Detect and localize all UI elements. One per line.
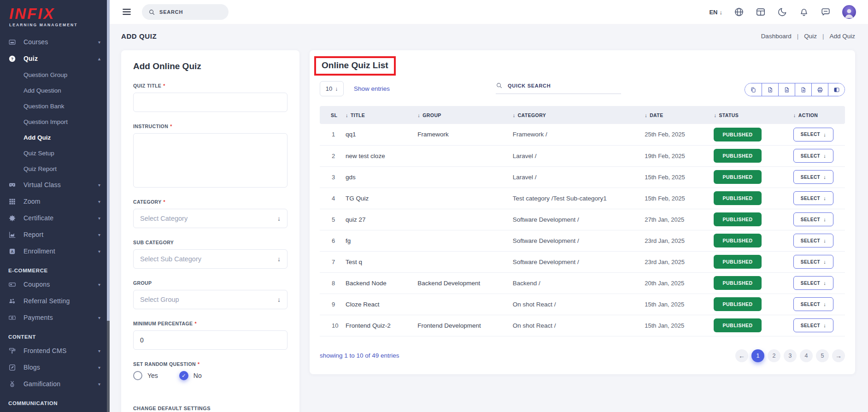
cell-title: gds (346, 166, 417, 188)
radio-checked-icon: ✓ (179, 371, 188, 380)
sidebar-item-frontend-cms[interactable]: Frontend CMS▾ (0, 342, 110, 359)
language-selector[interactable]: EN ↓ (709, 9, 722, 16)
select-action-button[interactable]: SELECT↓ (793, 170, 833, 184)
user-avatar[interactable] (842, 5, 856, 19)
file-text-icon[interactable] (778, 83, 795, 96)
column-header-date[interactable]: ↓DATE (645, 106, 714, 124)
sub-category-select[interactable]: Select Sub Category ↓ (133, 249, 287, 269)
chevron-down-icon: ↓ (277, 255, 281, 263)
instruction-textarea[interactable] (133, 133, 287, 188)
columns-icon[interactable] (828, 83, 845, 96)
caret-down-icon: ▾ (98, 199, 100, 204)
dark-mode-moon-icon[interactable] (777, 7, 787, 17)
sidebar-item-coupons[interactable]: Coupons▾ (0, 276, 110, 293)
sidebar-item-virtual-class[interactable]: Virtual Class▾ (0, 177, 110, 193)
select-action-button[interactable]: SELECT↓ (793, 297, 833, 311)
sidebar-subitem-question-bank[interactable]: Question Bank (0, 98, 110, 114)
breadcrumb-add-quiz[interactable]: Add Quiz (829, 33, 855, 40)
select-action-button[interactable]: SELECT↓ (793, 128, 833, 141)
select-action-button[interactable]: SELECT↓ (793, 276, 833, 290)
cell-action: SELECT↓ (793, 251, 845, 272)
category-select[interactable]: Select Category ↓ (133, 209, 287, 228)
cell-category: Software Development / (513, 230, 645, 251)
export-toolbar (745, 83, 845, 96)
sidebar-item-gamification[interactable]: Gamification▾ (0, 376, 110, 392)
file-pdf-icon[interactable] (795, 83, 811, 96)
status-badge: PUBLISHED (714, 297, 761, 311)
random-question-yes-radio[interactable]: Yes (133, 371, 158, 380)
sidebar-item-zoom[interactable]: Zoom▾ (0, 193, 110, 210)
notifications-bell-icon[interactable] (799, 7, 809, 17)
globe-icon[interactable] (734, 7, 744, 17)
layout-window-icon[interactable] (756, 7, 766, 17)
file-excel-icon[interactable] (762, 83, 778, 96)
chevron-down-icon: ↓ (277, 296, 281, 303)
column-header-action[interactable]: ↓ACTION (793, 106, 845, 124)
cell-status: PUBLISHED (714, 166, 793, 188)
select-action-button[interactable]: SELECT↓ (793, 234, 833, 247)
sidebar-item-report[interactable]: Report▾ (0, 226, 110, 243)
group-select[interactable]: Select Group ↓ (133, 290, 287, 309)
select-action-button[interactable]: SELECT↓ (793, 212, 833, 226)
sidebar-subitem-quiz-setup[interactable]: Quiz Setup (0, 145, 110, 161)
copy-icon[interactable] (745, 83, 762, 96)
sidebar-subitem-question-group[interactable]: Question Group (0, 67, 110, 82)
sidebar-scrollbar[interactable] (107, 0, 110, 412)
global-search[interactable] (142, 4, 229, 20)
messages-chat-icon[interactable] (821, 7, 831, 17)
sidebar-item-blogs[interactable]: Blogs▾ (0, 359, 110, 376)
quick-search-input[interactable] (508, 83, 600, 88)
select-action-button[interactable]: SELECT↓ (793, 318, 833, 332)
breadcrumb-quiz[interactable]: Quiz (804, 33, 817, 40)
cell-title: Cloze React (346, 294, 417, 315)
sidebar-scrollbar-thumb[interactable] (107, 0, 110, 321)
sidebar-item-courses[interactable]: Courses▾ (0, 34, 110, 50)
column-header-category[interactable]: ↓CATEGORY (513, 106, 645, 124)
entries-per-page-select[interactable]: 10 ↓ (320, 81, 344, 96)
status-badge: PUBLISHED (714, 234, 761, 247)
sidebar-item-referral-setting[interactable]: Referral Setting (0, 293, 110, 309)
cell-category: On shot React / (513, 315, 645, 336)
select-action-button[interactable]: SELECT↓ (793, 191, 833, 205)
sidebar-item-enrollment[interactable]: AEnrollment▾ (0, 243, 110, 259)
sidebar-subitem-quiz-report[interactable]: Quiz Report (0, 161, 110, 177)
menu-toggle-icon[interactable] (122, 7, 132, 17)
column-header-label: TITLE (351, 112, 365, 118)
pagination-next-icon[interactable]: → (832, 349, 845, 362)
caret-down-icon: ▾ (98, 216, 100, 221)
sidebar-subitem-add-question[interactable]: Add Question (0, 82, 110, 98)
cell-group: Frontend Development (417, 315, 512, 336)
column-header-group[interactable]: ↓GROUP (417, 106, 512, 124)
search-input[interactable] (159, 9, 215, 15)
sidebar-subitem-question-import[interactable]: Question Import (0, 114, 110, 129)
column-header-status[interactable]: ↓STATUS (714, 106, 793, 124)
sidebar-item-quiz[interactable]: ?Quiz▴ (0, 50, 110, 67)
pagination-page-3[interactable]: 3 (784, 349, 797, 362)
app-logo[interactable]: INFIX LEARNING MANAGEMENT (0, 0, 110, 30)
sidebar-item-payments[interactable]: Payments▾ (0, 309, 110, 326)
minimum-percentage-input[interactable] (133, 330, 287, 350)
quiz-title-input[interactable] (133, 93, 287, 112)
sidebar-item-label: Quiz (23, 55, 98, 62)
column-header-title[interactable]: ↓TITLE (346, 106, 417, 124)
pagination-page-1[interactable]: 1 (751, 349, 764, 362)
breadcrumb-dashboard[interactable]: Dashboard (761, 33, 792, 40)
pagination-page-4[interactable]: 4 (800, 349, 813, 362)
sidebar-subitem-add-quiz[interactable]: Add Quiz (0, 129, 110, 145)
random-question-no-radio[interactable]: ✓ No (179, 371, 202, 380)
pagination-page-2[interactable]: 2 (768, 349, 780, 362)
cell-date: 27th Jan, 2025 (645, 209, 714, 230)
cell-action: SELECT↓ (793, 230, 845, 251)
sidebar-submenu: Question GroupAdd QuestionQuestion BankQ… (0, 67, 110, 177)
select-action-button[interactable]: SELECT↓ (793, 149, 833, 163)
pagination-prev-icon[interactable]: ← (735, 349, 748, 362)
pagination-page-5[interactable]: 5 (816, 349, 829, 362)
sidebar-item-certificate[interactable]: Certificate▾ (0, 210, 110, 226)
select-action-button[interactable]: SELECT↓ (793, 255, 833, 269)
cell-action: SELECT↓ (793, 166, 845, 188)
status-badge: PUBLISHED (714, 318, 761, 332)
printer-icon[interactable] (811, 83, 828, 96)
table-body: 1qq1FrameworkFramework /25th Feb, 2025PU… (320, 124, 845, 336)
change-default-settings-label: CHANGE DEFAULT SETTINGS (133, 406, 287, 411)
quick-search[interactable] (496, 82, 621, 94)
